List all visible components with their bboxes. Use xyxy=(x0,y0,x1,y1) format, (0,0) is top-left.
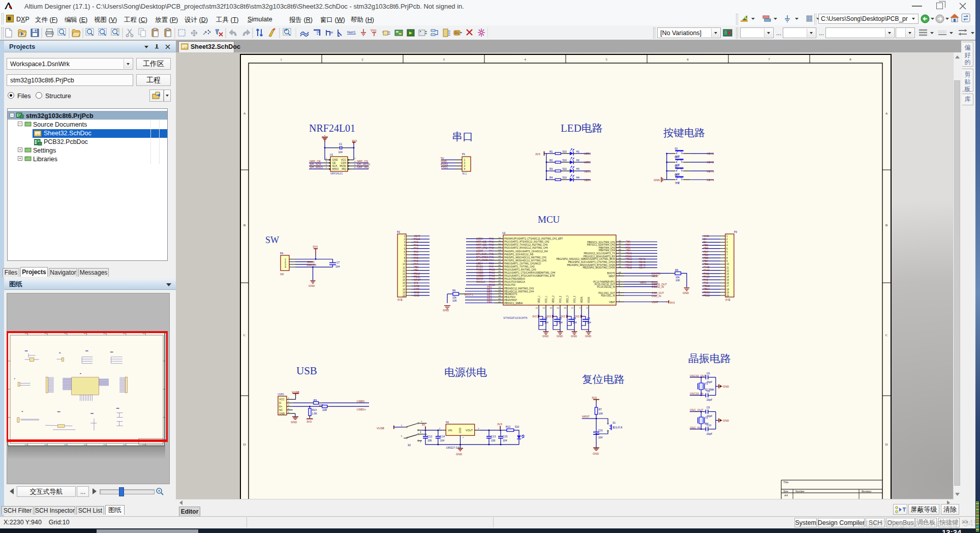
svg-text:104: 104 xyxy=(598,436,603,439)
svg-text:R2: R2 xyxy=(549,159,553,162)
svg-text:12: 12 xyxy=(726,270,729,272)
svg-text:10K: 10K xyxy=(599,412,604,415)
svg-text:PB9: PB9 xyxy=(703,244,709,247)
svg-text:11: 11 xyxy=(726,266,729,269)
svg-text:3V3: 3V3 xyxy=(414,281,418,284)
svg-text:B: B xyxy=(243,223,246,227)
svg-text:P1: P1 xyxy=(462,153,465,156)
svg-text:电源供电: 电源供电 xyxy=(444,366,487,378)
svg-text:15: 15 xyxy=(403,279,406,281)
svg-text:PA9: PA9 xyxy=(703,278,708,281)
svg-text:20: 20 xyxy=(726,294,729,297)
svg-text:PA13/JTMS/SWDIO: PA13/JTMS/SWDIO xyxy=(504,278,525,280)
svg-text:PB3/JTDO: PB3/JTDO xyxy=(504,296,515,299)
svg-text:33: 33 xyxy=(498,273,501,276)
svg-text:GND: GND xyxy=(557,335,563,338)
svg-text:15: 15 xyxy=(498,252,501,254)
svg-text:PB5: PB5 xyxy=(487,300,492,303)
svg-text:S5: S5 xyxy=(675,165,678,168)
svg-text:PA4/SPI1_NSS/USART2_CK/ADC12_I: PA4/SPI1_NSS/USART2_CK/ADC12_IN4 xyxy=(504,250,548,253)
svg-text:19: 19 xyxy=(403,291,406,294)
svg-text:PB13/SPI2_SCK/USART3_CTS/TIM1_: PB13/SPI2_SCK/USART3_CTS/TIM1_CH1N xyxy=(568,261,615,263)
svg-text:47: 47 xyxy=(571,307,574,309)
svg-text:GND: GND xyxy=(458,428,462,434)
svg-text:NRF24L01: NRF24L01 xyxy=(309,123,355,134)
svg-text:VSSA: VSSA xyxy=(588,297,590,303)
svg-text:VOUT: VOUT xyxy=(466,429,473,432)
svg-text:PB10: PB10 xyxy=(414,272,420,275)
svg-text:SW: SW xyxy=(280,273,284,276)
svg-text:2: 2 xyxy=(361,57,363,62)
svg-text:R3: R3 xyxy=(549,167,553,170)
svg-text:510: 510 xyxy=(562,176,567,179)
svg-text:VCC: VCC xyxy=(279,398,285,401)
svg-text:PA3: PA3 xyxy=(414,250,418,253)
svg-text:4: 4 xyxy=(285,265,286,269)
svg-text:8: 8 xyxy=(849,57,851,62)
svg-text:PA5: PA5 xyxy=(414,256,418,259)
svg-text:42: 42 xyxy=(619,240,621,242)
svg-text:C: C xyxy=(243,333,246,337)
svg-text:VDD_3: VDD_3 xyxy=(566,295,569,303)
svg-text:GND: GND xyxy=(542,335,548,338)
svg-text:13: 13 xyxy=(726,273,729,275)
svg-text:U2: U2 xyxy=(502,231,506,234)
svg-text:PB3: PB3 xyxy=(703,262,709,265)
svg-text:16: 16 xyxy=(498,255,501,257)
svg-text:13: 13 xyxy=(498,246,501,248)
svg-text:10: 10 xyxy=(403,263,406,265)
svg-text:D1: D1 xyxy=(455,31,460,35)
svg-text:3V3: 3V3 xyxy=(535,153,540,156)
svg-text:5: 5 xyxy=(605,57,607,62)
svg-text:PB5: PB5 xyxy=(703,256,709,259)
svg-text:LED1: LED1 xyxy=(584,152,591,155)
svg-text:PA1: PA1 xyxy=(414,244,418,247)
svg-text:晶振电路: 晶振电路 xyxy=(688,352,731,365)
svg-text:PA11: PA11 xyxy=(703,272,710,275)
svg-text:PB6/I2C1_SCL/TIM4_CH1: PB6/I2C1_SCL/TIM4_CH1 xyxy=(587,241,615,244)
svg-text:VDD_2: VDD_2 xyxy=(552,295,555,303)
svg-text:VDD_1: VDD_1 xyxy=(538,295,540,303)
svg-text:PB6: PB6 xyxy=(703,253,709,256)
svg-text:19: 19 xyxy=(498,289,501,291)
svg-text:P2: P2 xyxy=(397,230,400,233)
svg-text:1: 1 xyxy=(280,57,282,62)
svg-text:PB11/I2C2_SDA/USART3_RX: PB11/I2C2_SDA/USART3_RX xyxy=(584,255,615,258)
svg-text:A4: A4 xyxy=(784,494,788,497)
svg-text:3V3: 3V3 xyxy=(497,423,502,426)
svg-text:25: 25 xyxy=(619,257,621,259)
svg-text:13: 13 xyxy=(403,273,406,275)
svg-text:KEY4: KEY4 xyxy=(639,266,646,269)
svg-text:PB7/I2C1_SDA/TIM4_CH2: PB7/I2C1_SDA/TIM4_CH2 xyxy=(587,244,616,246)
svg-text:3V3: 3V3 xyxy=(532,315,537,318)
svg-text:NRST: NRST xyxy=(582,415,590,418)
svg-text:PA10/USART1_RX/TIM1_CH3: PA10/USART1_RX/TIM1_CH3 xyxy=(504,269,536,271)
svg-text:Y1: Y1 xyxy=(705,382,708,385)
svg-text:USBD+: USBD+ xyxy=(357,408,366,411)
svg-text:PA7/SPI1_MOSI/ADC12_IN7/TIM3_C: PA7/SPI1_MOSI/ADC12_IN7/TIM3_CH2 xyxy=(504,259,547,262)
svg-text:NRF24L01: NRF24L01 xyxy=(330,172,343,175)
svg-text:11: 11 xyxy=(499,240,501,242)
svg-text:LM1117-3.3: LM1117-3.3 xyxy=(446,446,460,449)
svg-text:OSC32_IN: OSC32_IN xyxy=(652,285,664,288)
svg-text:PB5/I2C1_SMBAI: PB5/I2C1_SMBAI xyxy=(504,302,523,305)
svg-text:D: D xyxy=(243,442,246,447)
svg-text:Number: Number xyxy=(795,490,805,493)
svg-text:串口: 串口 xyxy=(462,172,467,175)
svg-text:31: 31 xyxy=(498,267,501,270)
svg-text:GND: GND xyxy=(703,234,710,238)
svg-text:LED2: LED2 xyxy=(584,161,591,164)
svg-text:PB13: PB13 xyxy=(703,291,710,294)
svg-text:D7: D7 xyxy=(522,435,525,438)
svg-text:C5: C5 xyxy=(587,317,590,320)
svg-text:17: 17 xyxy=(403,285,406,287)
svg-text:H1: H1 xyxy=(576,150,579,153)
svg-text:PA2: PA2 xyxy=(414,247,418,250)
svg-text:1.5K: 1.5K xyxy=(312,412,318,415)
svg-text:GND: GND xyxy=(414,284,420,287)
svg-text:R9: R9 xyxy=(314,399,317,402)
svg-text:8M: 8M xyxy=(705,422,709,425)
svg-text:C14: C14 xyxy=(440,435,445,438)
svg-text:H2: H2 xyxy=(576,159,579,162)
svg-text:10R: 10R xyxy=(322,408,327,411)
